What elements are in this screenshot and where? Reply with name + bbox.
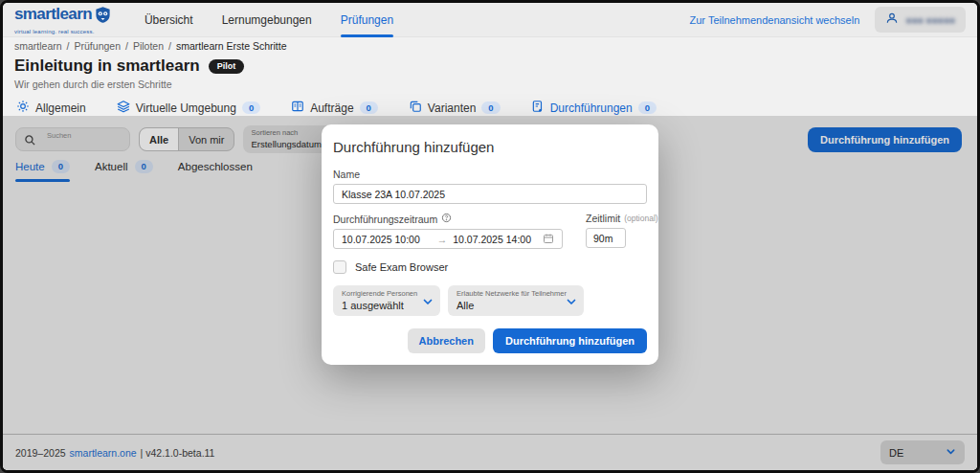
page-head: Einleitung in smartlearn Pilot Wir gehen…	[3, 52, 977, 90]
networks-select[interactable]: Erlaubte Netzwerke für Teilnehmer Alle	[448, 285, 584, 316]
breadcrumb-separator: /	[168, 40, 171, 52]
cancel-button[interactable]: Abbrechen	[408, 328, 485, 353]
tab-count-badge: 0	[638, 101, 657, 115]
nav-item-pruefungen[interactable]: Prüfungen	[341, 3, 393, 37]
brand-logo[interactable]: smartlearn virtual learning. real succes…	[14, 6, 112, 34]
pilot-badge: Pilot	[209, 59, 245, 74]
breadcrumb-item-current: smartlearn Erste Schritte	[176, 40, 287, 52]
period-start-value[interactable]: 10.07.2025 10:00	[342, 234, 432, 245]
gear-icon	[16, 100, 30, 116]
owl-logo-icon	[94, 6, 112, 28]
time-limit-field: Zeitlimit (optional)	[586, 213, 647, 249]
topbar-right: Zur Teilnehmendenansicht wechseln ●●● ●●…	[690, 7, 966, 33]
tab-count-badge: 0	[481, 101, 500, 115]
document-checklist-icon	[531, 100, 545, 116]
safe-exam-browser-option[interactable]: Safe Exam Browser	[333, 260, 647, 274]
breadcrumb-item[interactable]: Prüfungen	[75, 40, 121, 52]
layers-icon	[117, 100, 130, 116]
copies-icon	[409, 100, 422, 116]
tab-count-badge: 0	[360, 101, 378, 115]
time-limit-label: Zeitlimit	[586, 213, 620, 224]
breadcrumb-separator: /	[67, 40, 70, 52]
app-window: smartlearn virtual learning. real succes…	[0, 0, 980, 473]
date-range-input[interactable]: 10.07.2025 10:00 → 10.07.2025 14:00	[333, 229, 563, 249]
help-circle-icon[interactable]	[441, 213, 452, 225]
period-field: Durchführungszeitraum 10.07.2025 10:00 →…	[333, 213, 563, 249]
submit-button[interactable]: Durchführung hinzufügen	[493, 328, 647, 353]
brand-name: smartlearn	[14, 6, 92, 22]
tab-count-badge: 0	[242, 101, 260, 115]
add-durchfuehrung-dialog: Durchführung hinzufügen Name Durchführun…	[322, 124, 658, 365]
breadcrumb: smartlearn / Prüfungen / Piloten / smart…	[3, 37, 977, 52]
networks-value: Alle	[457, 300, 563, 311]
name-label: Name	[333, 169, 647, 180]
dialog-title: Durchführung hinzufügen	[333, 139, 647, 155]
nav-item-lernumgebungen[interactable]: Lernumgebungen	[222, 3, 312, 37]
page-title: Einleitung in smartlearn	[14, 56, 200, 76]
user-menu-button[interactable]: ●●● ●●●●●	[875, 7, 966, 33]
correctors-label: Korrigierende Personen	[342, 289, 419, 298]
breadcrumb-item[interactable]: smartlearn	[14, 40, 62, 52]
breadcrumb-item[interactable]: Piloten	[133, 40, 164, 52]
arrow-right-icon: →	[437, 234, 448, 245]
breadcrumb-separator: /	[125, 40, 128, 52]
correctors-value: 1 ausgewählt	[342, 300, 419, 311]
networks-label: Erlaubte Netzwerke für Teilnehmer	[457, 289, 563, 298]
user-name: ●●● ●●●●●	[905, 14, 955, 26]
time-limit-hint: (optional)	[624, 214, 657, 223]
correctors-select[interactable]: Korrigierende Personen 1 ausgewählt	[333, 285, 440, 316]
period-label: Durchführungszeitraum	[333, 214, 437, 225]
nav-item-uebersicht[interactable]: Übersicht	[145, 3, 193, 37]
time-limit-input[interactable]	[586, 228, 626, 248]
book-icon	[291, 100, 304, 116]
name-input[interactable]	[333, 184, 647, 204]
period-end-value[interactable]: 10.07.2025 14:00	[453, 234, 543, 245]
brand-tagline: virtual learning. real success.	[14, 29, 112, 34]
switch-view-link[interactable]: Zur Teilnehmendenansicht wechseln	[690, 14, 860, 26]
seb-label: Safe Exam Browser	[355, 261, 448, 273]
topbar: smartlearn virtual learning. real succes…	[3, 3, 977, 37]
main-nav: Übersicht Lernumgebungen Prüfungen	[145, 3, 393, 37]
calendar-icon[interactable]	[543, 233, 554, 246]
seb-checkbox[interactable]	[333, 260, 346, 274]
user-icon	[885, 11, 899, 28]
page-subtitle: Wir gehen durch die ersten Schritte	[14, 79, 966, 90]
